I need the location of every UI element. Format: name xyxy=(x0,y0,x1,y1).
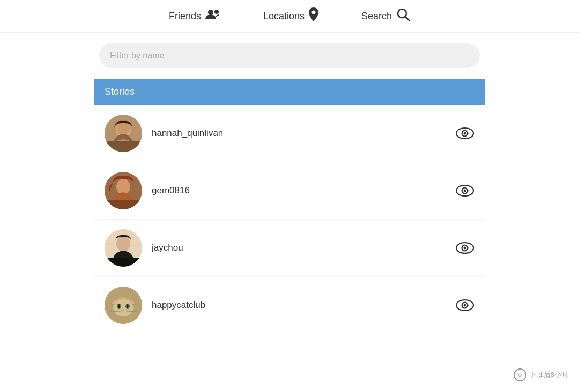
main-content: Stories hannah_quinlivan xyxy=(94,33,485,345)
view-icon-gem[interactable] xyxy=(455,181,474,200)
avatar-cat xyxy=(105,287,142,324)
stories-section-label: Stories xyxy=(105,86,135,97)
view-icon-jay[interactable] xyxy=(455,238,474,258)
stories-section-header: Stories xyxy=(94,79,485,105)
username-jay: jaychou xyxy=(152,243,455,253)
username-hannah: hannah_quinlivan xyxy=(152,128,455,139)
nav-search[interactable]: Search xyxy=(361,7,410,25)
nav-locations-label: Locations xyxy=(263,11,305,22)
friends-icon xyxy=(205,9,220,24)
svg-point-30 xyxy=(114,299,133,316)
filter-input[interactable] xyxy=(99,43,480,68)
watermark: ⊙ 下班后8小时 xyxy=(514,368,568,381)
svg-point-1 xyxy=(214,10,219,14)
svg-point-33 xyxy=(118,304,120,308)
story-item-gem[interactable]: gem0816 xyxy=(94,162,485,220)
username-gem: gem0816 xyxy=(152,185,455,196)
svg-rect-8 xyxy=(105,141,142,152)
avatar-jay xyxy=(105,229,142,267)
story-item-cat[interactable]: happycatclub xyxy=(94,277,485,334)
location-icon xyxy=(309,7,318,25)
story-item-hannah[interactable]: hannah_quinlivan xyxy=(94,105,485,162)
svg-point-23 xyxy=(464,247,466,250)
story-item-jay[interactable]: jaychou xyxy=(94,220,485,277)
nav-friends-label: Friends xyxy=(169,11,201,22)
view-icon-cat[interactable] xyxy=(455,296,474,315)
svg-point-17 xyxy=(464,190,466,192)
view-icon-hannah[interactable] xyxy=(455,124,474,143)
avatar-hannah xyxy=(105,115,142,152)
username-cat: happycatclub xyxy=(152,300,455,311)
top-navigation: Friends Locations Search xyxy=(0,0,579,33)
svg-point-0 xyxy=(208,10,213,15)
nav-friends[interactable]: Friends xyxy=(169,9,220,24)
svg-point-2 xyxy=(312,11,316,14)
stories-list: hannah_quinlivan xyxy=(94,105,485,334)
filter-container xyxy=(94,43,485,68)
svg-point-42 xyxy=(464,304,466,307)
svg-rect-20 xyxy=(105,258,142,267)
watermark-icon: ⊙ xyxy=(514,368,526,381)
svg-rect-14 xyxy=(105,200,142,209)
search-icon xyxy=(396,7,410,25)
svg-point-11 xyxy=(464,132,466,135)
watermark-text: 下班后8小时 xyxy=(530,370,568,380)
nav-search-label: Search xyxy=(361,11,392,22)
svg-point-19 xyxy=(116,236,130,252)
nav-locations[interactable]: Locations xyxy=(263,7,318,25)
svg-point-34 xyxy=(127,304,129,308)
avatar-gem xyxy=(105,172,142,209)
svg-line-4 xyxy=(405,17,409,20)
